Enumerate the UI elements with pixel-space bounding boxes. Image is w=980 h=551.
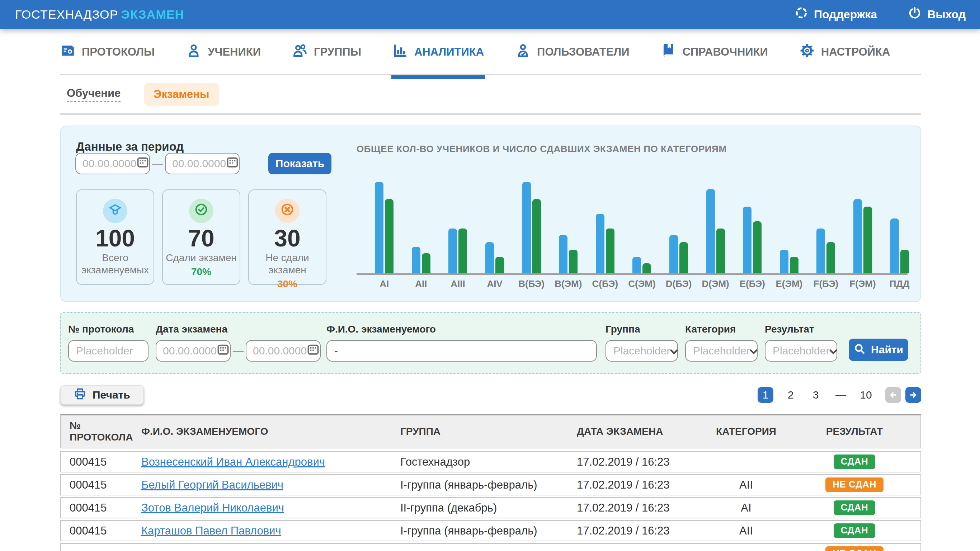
card-icon-circle <box>103 199 127 223</box>
tab-группы[interactable]: ГРУППЫ <box>292 43 361 61</box>
tab-пользователи[interactable]: ПОЛЬЗОВАТЕЛИ <box>515 43 629 61</box>
subtab-training[interactable]: Обучение <box>67 87 121 102</box>
cell-protocol: 000415 <box>61 455 142 468</box>
book-icon <box>661 43 676 61</box>
pagination-page[interactable]: 10 <box>858 387 874 403</box>
chart-category-label: В(ЭМ) <box>550 279 587 290</box>
bar-total <box>743 207 751 273</box>
person-icon <box>186 43 201 61</box>
card-label: Не сдали экзамен <box>249 252 326 276</box>
cell-date: 17.02.2019 / 16:23 <box>575 479 704 492</box>
bar-total <box>853 199 862 273</box>
sub-nav: Обучение Экзамены <box>60 75 921 115</box>
chart-category-label: AIV <box>476 279 513 290</box>
find-button[interactable]: Найти <box>849 339 908 361</box>
period-date-from-input[interactable]: 00.00.0000 <box>75 153 150 174</box>
category-select[interactable]: Placeholder <box>685 340 757 361</box>
cell-category: AII <box>704 479 788 492</box>
bar-passed <box>606 229 614 273</box>
card-percent: 30% <box>249 279 326 290</box>
bar-group <box>807 181 845 273</box>
pagination-prev-button[interactable] <box>885 387 901 403</box>
exam-date-from-input[interactable]: 00.00.0000 <box>156 340 231 361</box>
bar-passed <box>422 253 430 273</box>
cell-name: Зотов Валерий Николаевич <box>142 502 398 514</box>
summary-card: 100Всего экзаменуемых <box>76 190 154 285</box>
bar-group <box>734 181 771 273</box>
show-button[interactable]: Показать <box>268 153 331 174</box>
results-table: № ПРОТОКОЛАФ.И.О. ЭКЗАМЕНУЕМОГОГРУППАДАТ… <box>60 414 921 551</box>
tab-справочники[interactable]: СПРАВОЧНИКИ <box>661 43 768 61</box>
date-range-dash: — <box>152 158 163 170</box>
cell-date: 17.02.2019 / 16:23 <box>575 524 704 537</box>
app-logo: ГОСТЕХНАДЗОРЭКЗАМЕН <box>15 8 185 22</box>
card-label: Всего экзаменуемых <box>77 252 154 276</box>
tab-протоколы[interactable]: ПРОТОКОЛЫ <box>60 43 154 61</box>
exam-date-to-input[interactable]: 00.00.0000 <box>246 340 321 361</box>
chart-category-label: AII <box>403 279 440 290</box>
table-row: 000415Зотов Валерий НиколаевичII-группа … <box>60 497 921 518</box>
pagination-page[interactable]: 2 <box>783 387 799 403</box>
examinee-link[interactable]: Зотов Валерий Николаевич <box>142 502 284 514</box>
result-select[interactable]: Placeholder <box>765 340 837 361</box>
bar-passed <box>679 242 688 273</box>
bar-total <box>632 257 641 273</box>
cell-protocol: 000415 <box>61 524 142 537</box>
period-controls: 00.00.0000 — 00.00.0000 Показать <box>75 153 331 174</box>
pagination-page[interactable]: 1 <box>757 387 773 403</box>
card-label: Сдали экзамен <box>163 252 240 264</box>
support-button[interactable]: Поддержка <box>795 7 877 22</box>
tab-ученики[interactable]: УЧЕНИКИ <box>186 43 261 61</box>
bar-group <box>697 181 734 273</box>
bar-passed <box>826 242 835 273</box>
chevron-down-icon <box>670 344 678 358</box>
bar-group <box>660 181 697 273</box>
subtab-exams[interactable]: Экзамены <box>144 83 218 106</box>
top-actions: Поддержка Выход <box>795 7 966 22</box>
category-filter: Категория Placeholder <box>685 323 757 373</box>
pagination-page[interactable]: 3 <box>808 387 824 403</box>
chart-category-label: D(БЭ) <box>660 279 697 290</box>
period-date-to-input[interactable]: 00.00.0000 <box>165 153 240 174</box>
cell-result: НЕ СДАН <box>788 546 920 551</box>
print-button[interactable]: Печать <box>60 385 144 404</box>
gear-icon <box>800 43 815 61</box>
person-check-icon <box>515 43 531 61</box>
bar-passed <box>532 199 541 273</box>
card-percent: 70% <box>163 266 240 278</box>
bar-group <box>366 181 403 273</box>
chart-category-label: С(БЭ) <box>587 279 624 290</box>
bar-group <box>439 181 476 273</box>
pagination-next-button[interactable] <box>905 387 921 403</box>
main-container: ПРОТОКОЛЫУЧЕНИКИГРУППЫАНАЛИТИКАПОЛЬЗОВАТ… <box>60 43 921 551</box>
period-label: Данные за период <box>76 140 184 153</box>
chart-category-label: ПДД <box>881 279 918 290</box>
logout-button[interactable]: Выход <box>908 7 966 22</box>
examinee-link[interactable]: Вознесенский Иван Александрович <box>142 455 325 468</box>
stats-panel: Данные за период 00.00.0000 — 00.00.0000… <box>60 126 921 302</box>
table-row: 000415Карташов Павел ПавловичI-группа (я… <box>60 520 921 541</box>
group-select[interactable]: Placeholder <box>606 340 678 361</box>
bar-group <box>403 181 440 273</box>
chart-category-label: D(ЭМ) <box>697 279 734 290</box>
chart-category-label: Е(БЭ) <box>734 279 771 290</box>
bar-group <box>476 181 513 273</box>
cell-result: СДАН <box>788 523 920 538</box>
cell-group: I-группа (январь-февраль) <box>398 479 575 492</box>
result-badge: НЕ СДАН <box>826 546 883 551</box>
column-header: ДАТА ЭКЗАМЕНА <box>575 426 704 437</box>
chart-category-label: Е(ЭМ) <box>771 279 808 290</box>
bar-passed <box>900 250 909 273</box>
bar-total <box>375 182 383 273</box>
chart-category-label: AIII <box>439 279 476 290</box>
result-badge: НЕ СДАН <box>826 478 883 492</box>
fio-input[interactable]: - <box>326 340 597 361</box>
protocol-input[interactable]: Placeholder <box>68 340 148 361</box>
examinee-link[interactable]: Белый Георгий Васильевич <box>142 479 283 491</box>
tab-label: СПРАВОЧНИКИ <box>682 46 768 59</box>
bar-total <box>559 235 568 273</box>
tab-настройка[interactable]: НАСТРОЙКА <box>800 43 890 61</box>
tab-аналитика[interactable]: АНАЛИТИКА <box>393 43 484 61</box>
cell-result: СДАН <box>788 454 920 469</box>
examinee-link[interactable]: Карташов Павел Павлович <box>142 524 281 537</box>
